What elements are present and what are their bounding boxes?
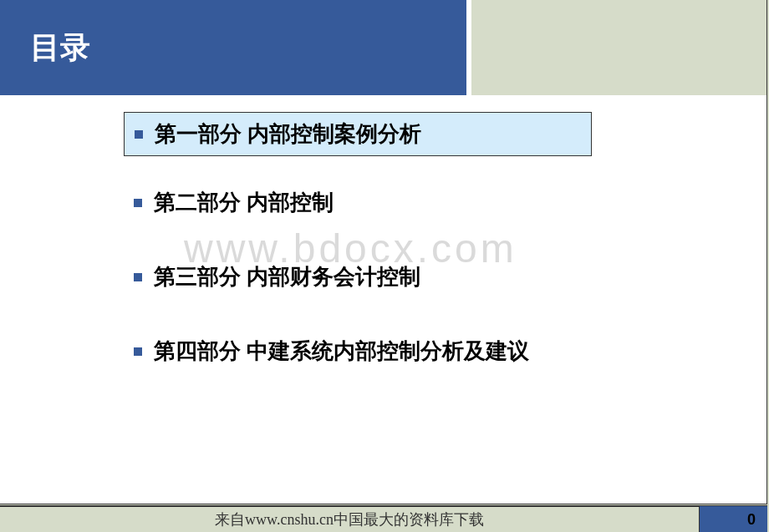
toc-item-label: 第二部分 内部控制 [154, 188, 334, 217]
bullet-icon [135, 130, 143, 139]
page-number: 0 [747, 511, 756, 529]
toc-item-4: 第四部分 中建系统内部控制分析及建议 [124, 330, 766, 372]
bullet-icon [134, 199, 142, 207]
toc-item-label: 第四部分 中建系统内部控制分析及建议 [154, 337, 529, 366]
page-number-box: 0 [699, 506, 767, 532]
toc-item-2: 第二部分 内部控制 [124, 181, 766, 224]
page-title: 目录 [30, 28, 90, 68]
header-left-panel: 目录 [0, 0, 466, 95]
footer-source-text: 来自www.cnshu.cn中国最大的资料库下载 [0, 509, 699, 529]
bullet-icon [134, 273, 142, 281]
toc-content: 第一部分 内部控制案例分析 第二部分 内部控制 第三部分 内部财务会计控制 第四… [0, 95, 766, 372]
toc-item-1: 第一部分 内部控制案例分析 [124, 112, 592, 156]
toc-item-label: 第三部分 内部财务会计控制 [154, 262, 420, 291]
bullet-icon [134, 347, 142, 356]
slide: 目录 第一部分 内部控制案例分析 第二部分 内部控制 第三部分 内部财务会计控制… [0, 0, 767, 504]
slide-footer: 来自www.cnshu.cn中国最大的资料库下载 0 [0, 505, 767, 532]
toc-item-label: 第一部分 内部控制案例分析 [155, 119, 421, 149]
toc-item-3: 第三部分 内部财务会计控制 [124, 256, 766, 298]
slide-header: 目录 [0, 0, 766, 95]
header-right-panel [466, 0, 766, 95]
